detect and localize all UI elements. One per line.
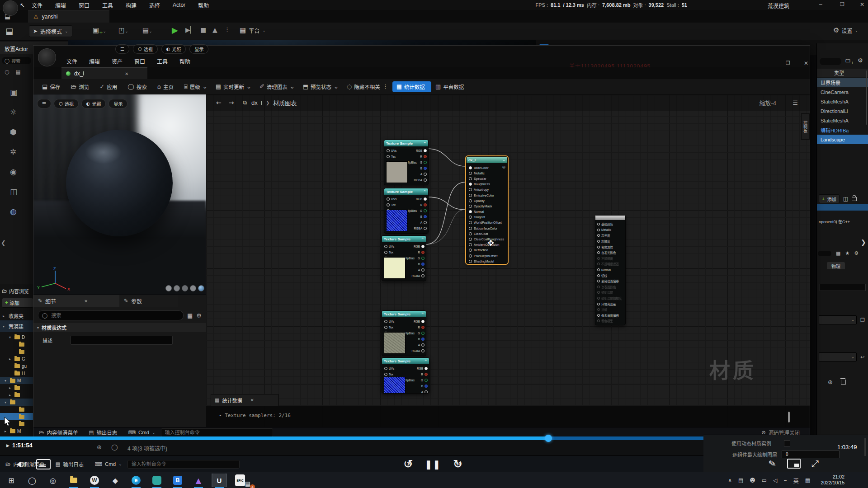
material-input-pin[interactable]: 着色模型 xyxy=(595,318,625,324)
menu-item[interactable]: 构建 xyxy=(119,1,143,9)
node-output-pin[interactable]: G xyxy=(414,208,427,214)
content-drawer-button[interactable]: 🗁内容侧滑菜单 xyxy=(33,429,84,436)
edge-browser-icon[interactable]: e xyxy=(128,474,144,487)
copy-icon[interactable]: ❐ xyxy=(860,317,865,323)
node-output-pin[interactable]: B xyxy=(414,165,427,171)
lock-icon[interactable] xyxy=(852,197,857,201)
cinematics-button[interactable]: ▤⌄ xyxy=(142,26,152,34)
material-input-pin[interactable]: 高光度 xyxy=(595,233,625,239)
pause-button[interactable]: ❚❚ xyxy=(425,459,441,469)
level-tab[interactable]: ⚠ yanshi xyxy=(28,10,109,23)
apply-button[interactable]: ✓ 应用 xyxy=(95,81,123,92)
material-input-pin[interactable]: 基础颜色 xyxy=(595,221,625,227)
folder-tree-item[interactable]: ▸ M xyxy=(0,427,33,435)
material-input-pin[interactable]: Metallic xyxy=(467,170,507,176)
tray-app-icon[interactable]: ▤ xyxy=(736,477,746,483)
material-input-pin[interactable]: 切线 xyxy=(595,272,625,278)
node-header[interactable] xyxy=(595,216,625,220)
hide-unrelated-button[interactable]: ◌ 隐藏不相关 ⋮ xyxy=(343,81,392,92)
outliner-scrollbar[interactable] xyxy=(866,70,867,125)
breadcrumb-asset[interactable]: dx_l xyxy=(251,99,262,106)
folder-tree-item[interactable]: H xyxy=(0,370,33,377)
fullscreen-icon[interactable]: ⤢ xyxy=(811,458,819,469)
node-output-pin[interactable]: RGBA xyxy=(412,348,425,354)
close-icon[interactable]: ✕ xyxy=(250,398,254,403)
menu-item[interactable]: 文件 xyxy=(25,1,49,9)
shapes-icon[interactable]: ⬢ xyxy=(10,127,33,136)
material-input-pin[interactable]: PixelDepthOffset xyxy=(467,253,507,258)
material-input-pin[interactable]: ClearCoatRoughness xyxy=(467,236,507,242)
cmd-dropdown[interactable]: ⌨Cmd⌄ xyxy=(123,429,160,436)
material-preview-viewport[interactable]: ☰ ⬡透视 ◐光照 显示 Z Y X xyxy=(33,94,206,295)
material-expressions-section[interactable]: ▾ 材质表达式 xyxy=(33,323,206,332)
material-graph[interactable]: ← → ⧉ dx_l ❯ 材质图表 缩放-4 ☰ 控制板 Texture Sam… xyxy=(206,94,810,427)
material-input-pin[interactable]: Normal xyxy=(595,267,625,273)
basic-actors-icon[interactable]: ▣ xyxy=(10,88,33,97)
viewport-menu-icon[interactable]: ☰ xyxy=(115,44,129,54)
node-output-pin[interactable]: RGBA xyxy=(414,177,427,183)
desc-input[interactable] xyxy=(71,336,173,345)
tray-volume-icon[interactable]: ◁ xyxy=(770,477,780,483)
material-input-pin[interactable]: Metallic xyxy=(595,227,625,233)
annotate-pencil-icon[interactable]: ✎ xyxy=(768,458,777,470)
details-scrollbar[interactable] xyxy=(864,438,866,456)
rewind-10-button[interactable]: ↺10 xyxy=(403,457,413,471)
node-output-pin[interactable]: RGBA xyxy=(414,225,427,231)
minimize-button[interactable]: ─ xyxy=(766,60,769,66)
node-header[interactable]: Texture Sample⌃ xyxy=(382,311,426,317)
menu-item[interactable]: 选择 xyxy=(143,1,166,9)
texture-sample-node[interactable]: Texture Sample⌃ UVsTexApply View MipBias… xyxy=(384,140,429,185)
notification-center-icon[interactable]: ▤ 4 xyxy=(242,479,253,488)
wallpaper-app-icon[interactable]: W xyxy=(87,474,102,487)
material-input-pin[interactable]: 透明涂层粗糙度 xyxy=(595,296,625,301)
node-output-pin[interactable]: B xyxy=(414,214,427,220)
details-search-input[interactable] xyxy=(818,251,831,256)
folder-tree-item[interactable]: ▸ xyxy=(0,391,33,399)
node-output-pin[interactable]: R xyxy=(414,202,427,208)
stats-panel-tab[interactable]: ▦ 统计数据 ✕ xyxy=(211,394,278,406)
type-column-header[interactable]: 类型 xyxy=(817,69,868,77)
grid-view-icon[interactable]: ▦ xyxy=(836,250,840,256)
hierarchy-button[interactable]: ⌸ 层级 ⌄ xyxy=(180,81,212,92)
node-output-pin[interactable]: R xyxy=(414,154,427,160)
volumes-icon[interactable]: ◫ xyxy=(10,187,33,196)
bilibili-app-icon[interactable]: B xyxy=(170,474,185,487)
picture-in-picture-icon[interactable] xyxy=(787,459,801,469)
platform-stats-button[interactable]: ▥ 平台数据 xyxy=(431,81,470,92)
node-output-pin[interactable]: A xyxy=(412,267,425,273)
material-input-pin[interactable]: 各向异性 xyxy=(595,244,625,250)
material-input-pin[interactable]: Opacity xyxy=(467,198,507,203)
cortana-icon[interactable]: ◎ xyxy=(45,474,61,487)
unreal-engine-icon[interactable]: U xyxy=(212,474,227,487)
stop-button[interactable]: ■ xyxy=(200,26,206,33)
search-button[interactable]: ◯ 搜索 xyxy=(123,81,153,92)
property-field[interactable] xyxy=(820,284,866,291)
node-output-pin[interactable]: R xyxy=(412,249,425,255)
display-filter-icon[interactable]: ▦ xyxy=(187,312,193,319)
diamond-app-icon[interactable]: ◆ xyxy=(108,474,123,487)
material-input-pin[interactable]: Refraction xyxy=(467,248,507,253)
menu-item[interactable]: 资产 xyxy=(106,57,128,65)
node-input-pin[interactable]: Tex xyxy=(387,202,417,208)
material-input-pin[interactable]: 全局位置偏移 xyxy=(595,278,625,284)
material-result-node[interactable]: dx_l⌄ ◎ BaseColorMetallicSpecularRoughne… xyxy=(466,156,508,264)
preview-state-button[interactable]: ⬒ 预览状态 ⌄ xyxy=(299,81,343,92)
add-element-icon[interactable]: ⊕ xyxy=(828,379,833,385)
graph-menu-icon[interactable]: ☰ xyxy=(793,99,798,106)
content-browser-title[interactable]: 内容浏览 xyxy=(9,287,29,295)
back-arrow-icon[interactable]: ← xyxy=(216,99,222,106)
menu-item[interactable]: 帮助 xyxy=(192,1,215,9)
node-output-pin[interactable]: R xyxy=(415,371,428,377)
max-draw-layers-value[interactable]: 0 xyxy=(782,450,840,458)
taskbar-search-icon[interactable]: ◯ xyxy=(24,474,40,487)
start-icon[interactable]: ⊞ xyxy=(4,474,19,487)
menu-item[interactable]: 工具 xyxy=(151,57,174,65)
details-tab[interactable]: ✎细节 ✕ xyxy=(33,295,119,307)
folder-tree-item[interactable]: ▸ G xyxy=(0,355,33,362)
taskbar-clock[interactable]: 21:02 2022/10/15 xyxy=(821,474,844,486)
material-input-pin[interactable]: BaseColor xyxy=(467,165,507,170)
node-input-pin[interactable]: Tex xyxy=(384,324,415,330)
outliner-row[interactable]: 编辑HDRIBa xyxy=(817,125,868,135)
preview-show-pill[interactable]: 显示 xyxy=(108,99,127,108)
ime-language-indicator[interactable]: 英 xyxy=(791,477,802,484)
